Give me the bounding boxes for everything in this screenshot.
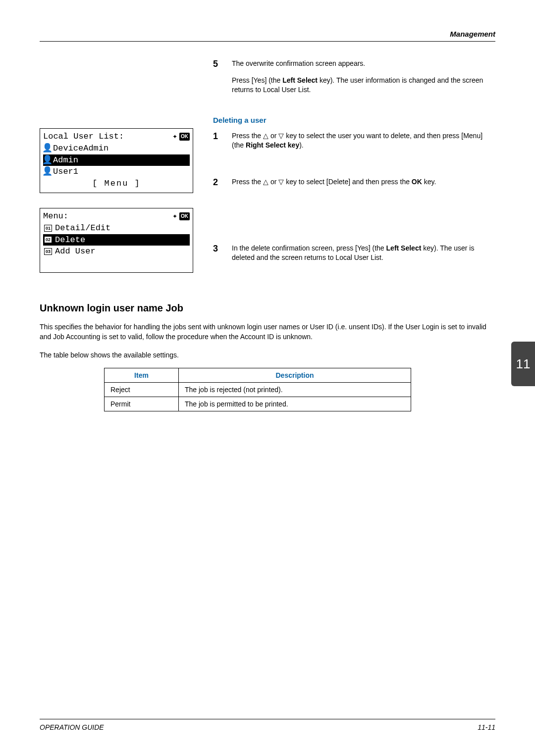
lcd-local-user-list: Local User List: ✦ OK 👤 DeviceAdmin 👤 Ad… xyxy=(40,128,193,193)
menu-num-badge: 02 xyxy=(44,236,52,243)
nav-diamond-icon: ✦ xyxy=(172,212,177,220)
menu-label: Add User xyxy=(55,246,96,257)
table-header-row: Item Description xyxy=(105,368,411,382)
step-text: Press [Yes] (the Left Select key). The u… xyxy=(232,76,495,95)
triangle-down-icon: ▽ xyxy=(278,178,284,186)
section-paragraph: This specifies the behavior for handling… xyxy=(40,322,495,342)
section-paragraph: The table below shows the available sett… xyxy=(40,350,495,360)
step-text: Press the △ or ▽ key to select [Delete] … xyxy=(232,177,495,187)
user-icon: 👤 xyxy=(44,154,50,166)
main-columns: Local User List: ✦ OK 👤 DeviceAdmin 👤 Ad… xyxy=(40,59,495,288)
step-text: Press the △ or ▽ key to select the user … xyxy=(232,131,495,151)
footer-right: 11-11 xyxy=(478,723,495,731)
user-icon: 👤 xyxy=(44,143,50,154)
menu-label: Delete xyxy=(55,234,85,246)
list-item: 👤 User1 xyxy=(43,166,190,178)
list-item: 👤 DeviceAdmin xyxy=(43,143,190,154)
menu-item: 01 Detail/Edit xyxy=(43,222,190,234)
lcd-softkey-row: [ Menu ] xyxy=(43,178,190,190)
menu-item: 03 Add User xyxy=(43,246,190,257)
lcd-title: Menu: xyxy=(43,210,68,222)
triangle-up-icon: △ xyxy=(263,132,268,140)
list-item-selected: 👤 Admin xyxy=(43,154,190,166)
left-column: Local User List: ✦ OK 👤 DeviceAdmin 👤 Ad… xyxy=(40,59,198,288)
step-2: 2 Press the △ or ▽ key to select [Delete… xyxy=(213,177,495,194)
lcd-title: Local User List: xyxy=(43,131,124,143)
lcd-title-row: Local User List: ✦ OK xyxy=(43,131,190,143)
ok-badge-icon: OK xyxy=(179,133,190,141)
cell-item: Permit xyxy=(105,397,179,411)
cell-desc: The job is permitted to be printed. xyxy=(179,397,411,411)
triangle-up-icon: △ xyxy=(263,178,268,186)
settings-table: Item Description Reject The job is rejec… xyxy=(104,368,411,411)
col-item: Item xyxy=(105,368,179,382)
unknown-login-heading: Unknown login user name Job xyxy=(40,302,495,314)
page-header: Management xyxy=(40,30,495,42)
cell-desc: The job is rejected (not printed). xyxy=(179,382,411,397)
chapter-tab: 11 xyxy=(511,342,535,386)
step-number: 2 xyxy=(213,177,222,194)
lcd-menu: Menu: ✦ OK 01 Detail/Edit 02 Delete 03 A… xyxy=(40,208,193,273)
lcd-title-row: Menu: ✦ OK xyxy=(43,210,190,222)
table-row: Permit The job is permitted to be printe… xyxy=(105,397,411,411)
menu-num-badge: 03 xyxy=(44,248,52,255)
step-1: 1 Press the △ or ▽ key to select the use… xyxy=(213,131,495,157)
user-icon: 👤 xyxy=(44,166,50,178)
step-body: Press the △ or ▽ key to select [Delete] … xyxy=(232,177,495,194)
step-text: In the delete confirmation screen, press… xyxy=(232,244,495,263)
table-row: Reject The job is rejected (not printed)… xyxy=(105,382,411,397)
step-number: 3 xyxy=(213,244,222,270)
step-body: In the delete confirmation screen, press… xyxy=(232,244,495,270)
col-description: Description xyxy=(179,368,411,382)
step-text: The overwrite confirmation screen appear… xyxy=(232,59,495,69)
section-title: Management xyxy=(450,30,495,38)
page-footer: OPERATION GUIDE 11-11 xyxy=(40,719,495,731)
menu-label: Detail/Edit xyxy=(55,222,110,234)
lcd-indicator-icons: ✦ OK xyxy=(172,212,190,220)
list-label: User1 xyxy=(53,166,78,178)
right-column: 5 The overwrite confirmation screen appe… xyxy=(213,59,495,288)
step-5: 5 The overwrite confirmation screen appe… xyxy=(213,59,495,102)
menu-num-badge: 01 xyxy=(44,225,52,232)
footer-left: OPERATION GUIDE xyxy=(40,723,104,731)
nav-diamond-icon: ✦ xyxy=(172,133,177,141)
cell-item: Reject xyxy=(105,382,179,397)
step-body: The overwrite confirmation screen appear… xyxy=(232,59,495,102)
step-body: Press the △ or ▽ key to select the user … xyxy=(232,131,495,157)
step-number: 5 xyxy=(213,59,222,102)
menu-item-selected: 02 Delete xyxy=(43,234,190,246)
triangle-down-icon: ▽ xyxy=(278,132,284,140)
lcd-indicator-icons: ✦ OK xyxy=(172,133,190,141)
ok-badge-icon: OK xyxy=(179,212,190,220)
deleting-user-heading: Deleting a user xyxy=(213,116,495,124)
list-label: Admin xyxy=(53,154,78,166)
step-number: 1 xyxy=(213,131,222,157)
list-label: DeviceAdmin xyxy=(53,143,108,154)
step-3: 3 In the delete confirmation screen, pre… xyxy=(213,244,495,270)
